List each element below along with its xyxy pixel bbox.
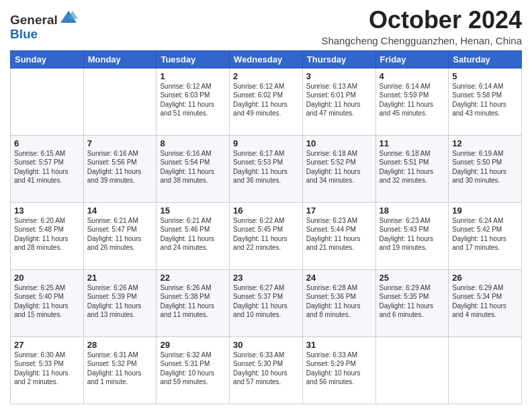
month-title: October 2024 — [321, 7, 522, 34]
day-number: 10 — [306, 138, 372, 148]
col-sunday: Sunday — [11, 50, 84, 68]
table-row: 20Sunrise: 6:25 AM Sunset: 5:40 PM Dayli… — [11, 269, 84, 336]
table-row: 25Sunrise: 6:29 AM Sunset: 5:35 PM Dayli… — [375, 269, 449, 336]
day-number: 29 — [160, 340, 226, 350]
table-row: 6Sunrise: 6:15 AM Sunset: 5:57 PM Daylig… — [11, 135, 84, 202]
day-number: 18 — [380, 205, 445, 216]
day-info: Sunrise: 6:19 AM Sunset: 5:50 PM Dayligh… — [452, 149, 518, 185]
day-info: Sunrise: 6:24 AM Sunset: 5:42 PM Dayligh… — [452, 216, 518, 253]
day-number: 24 — [306, 273, 372, 283]
table-row: 26Sunrise: 6:29 AM Sunset: 5:34 PM Dayli… — [449, 269, 522, 336]
day-number: 13 — [14, 205, 80, 216]
day-number: 16 — [233, 205, 299, 216]
day-number: 4 — [380, 71, 445, 81]
table-row: 12Sunrise: 6:19 AM Sunset: 5:50 PM Dayli… — [449, 135, 522, 202]
day-info: Sunrise: 6:16 AM Sunset: 5:54 PM Dayligh… — [160, 149, 226, 185]
calendar-header-row: Sunday Monday Tuesday Wednesday Thursday… — [11, 50, 522, 68]
logo-icon — [59, 9, 78, 28]
table-row: 22Sunrise: 6:26 AM Sunset: 5:38 PM Dayli… — [157, 269, 230, 336]
day-number: 15 — [160, 205, 226, 216]
table-row: 9Sunrise: 6:17 AM Sunset: 5:53 PM Daylig… — [230, 135, 303, 202]
col-monday: Monday — [83, 50, 157, 68]
calendar-week-row: 6Sunrise: 6:15 AM Sunset: 5:57 PM Daylig… — [11, 135, 522, 202]
day-info: Sunrise: 6:23 AM Sunset: 5:44 PM Dayligh… — [306, 216, 372, 253]
header: General Blue October 2024 Shangcheng Che… — [10, 7, 522, 46]
table-row: 21Sunrise: 6:26 AM Sunset: 5:39 PM Dayli… — [83, 269, 157, 336]
day-info: Sunrise: 6:22 AM Sunset: 5:45 PM Dayligh… — [233, 216, 299, 253]
table-row: 16Sunrise: 6:22 AM Sunset: 5:45 PM Dayli… — [230, 202, 303, 269]
table-row: 31Sunrise: 6:33 AM Sunset: 5:29 PM Dayli… — [302, 336, 375, 404]
day-number: 23 — [233, 273, 299, 283]
day-number: 30 — [233, 340, 299, 350]
table-row: 10Sunrise: 6:18 AM Sunset: 5:52 PM Dayli… — [302, 135, 375, 202]
calendar-week-row: 13Sunrise: 6:20 AM Sunset: 5:48 PM Dayli… — [11, 202, 522, 269]
day-info: Sunrise: 6:18 AM Sunset: 5:52 PM Dayligh… — [306, 149, 372, 185]
day-number: 31 — [306, 340, 372, 350]
table-row: 11Sunrise: 6:18 AM Sunset: 5:51 PM Dayli… — [375, 135, 449, 202]
day-info: Sunrise: 6:20 AM Sunset: 5:48 PM Dayligh… — [14, 216, 80, 253]
col-wednesday: Wednesday — [230, 50, 303, 68]
day-info: Sunrise: 6:21 AM Sunset: 5:46 PM Dayligh… — [160, 216, 226, 253]
day-info: Sunrise: 6:16 AM Sunset: 5:56 PM Dayligh… — [87, 149, 153, 185]
day-info: Sunrise: 6:25 AM Sunset: 5:40 PM Dayligh… — [14, 283, 80, 320]
table-row: 27Sunrise: 6:30 AM Sunset: 5:33 PM Dayli… — [11, 336, 84, 404]
day-number: 27 — [14, 340, 80, 350]
day-info: Sunrise: 6:33 AM Sunset: 5:30 PM Dayligh… — [233, 351, 299, 387]
logo: General Blue — [10, 9, 78, 42]
table-row: 29Sunrise: 6:32 AM Sunset: 5:31 PM Dayli… — [157, 336, 230, 404]
day-info: Sunrise: 6:17 AM Sunset: 5:53 PM Dayligh… — [233, 149, 299, 185]
table-row: 3Sunrise: 6:13 AM Sunset: 6:01 PM Daylig… — [302, 68, 375, 135]
calendar-table: Sunday Monday Tuesday Wednesday Thursday… — [10, 50, 522, 404]
table-row: 4Sunrise: 6:14 AM Sunset: 5:59 PM Daylig… — [375, 68, 449, 135]
table-row: 30Sunrise: 6:33 AM Sunset: 5:30 PM Dayli… — [230, 336, 303, 404]
day-info: Sunrise: 6:31 AM Sunset: 5:32 PM Dayligh… — [87, 351, 153, 387]
day-number: 28 — [87, 340, 153, 350]
table-row: 23Sunrise: 6:27 AM Sunset: 5:37 PM Dayli… — [230, 269, 303, 336]
logo-general: General — [10, 13, 58, 27]
col-saturday: Saturday — [449, 50, 522, 68]
table-row — [83, 68, 157, 135]
day-info: Sunrise: 6:29 AM Sunset: 5:35 PM Dayligh… — [380, 283, 445, 320]
day-info: Sunrise: 6:30 AM Sunset: 5:33 PM Dayligh… — [14, 351, 80, 387]
day-info: Sunrise: 6:26 AM Sunset: 5:39 PM Dayligh… — [87, 283, 153, 320]
calendar-week-row: 27Sunrise: 6:30 AM Sunset: 5:33 PM Dayli… — [11, 336, 522, 404]
day-number: 17 — [306, 205, 372, 216]
day-number: 5 — [452, 71, 518, 81]
day-info: Sunrise: 6:15 AM Sunset: 5:57 PM Dayligh… — [14, 149, 80, 185]
day-info: Sunrise: 6:27 AM Sunset: 5:37 PM Dayligh… — [233, 283, 299, 320]
day-number: 26 — [452, 273, 518, 283]
calendar-week-row: 20Sunrise: 6:25 AM Sunset: 5:40 PM Dayli… — [11, 269, 522, 336]
day-info: Sunrise: 6:26 AM Sunset: 5:38 PM Dayligh… — [160, 283, 226, 320]
table-row: 17Sunrise: 6:23 AM Sunset: 5:44 PM Dayli… — [302, 202, 375, 269]
page: General Blue October 2024 Shangcheng Che… — [0, 0, 532, 411]
table-row: 1Sunrise: 6:12 AM Sunset: 6:03 PM Daylig… — [157, 68, 230, 135]
day-number: 9 — [233, 138, 299, 148]
table-row: 5Sunrise: 6:14 AM Sunset: 5:58 PM Daylig… — [449, 68, 522, 135]
day-info: Sunrise: 6:28 AM Sunset: 5:36 PM Dayligh… — [306, 283, 372, 320]
table-row — [449, 336, 522, 404]
calendar-week-row: 1Sunrise: 6:12 AM Sunset: 6:03 PM Daylig… — [11, 68, 522, 135]
col-tuesday: Tuesday — [157, 50, 230, 68]
day-number: 6 — [14, 138, 80, 148]
day-info: Sunrise: 6:23 AM Sunset: 5:43 PM Dayligh… — [380, 216, 445, 253]
col-friday: Friday — [375, 50, 449, 68]
day-number: 3 — [306, 71, 372, 81]
day-number: 1 — [160, 71, 226, 81]
table-row: 18Sunrise: 6:23 AM Sunset: 5:43 PM Dayli… — [375, 202, 449, 269]
day-info: Sunrise: 6:12 AM Sunset: 6:03 PM Dayligh… — [160, 82, 226, 118]
table-row — [375, 336, 449, 404]
logo-blue: Blue — [10, 28, 78, 42]
title-section: October 2024 Shangcheng Chengguanzhen, H… — [321, 7, 522, 46]
day-info: Sunrise: 6:13 AM Sunset: 6:01 PM Dayligh… — [306, 82, 372, 118]
table-row: 14Sunrise: 6:21 AM Sunset: 5:47 PM Dayli… — [83, 202, 157, 269]
day-number: 12 — [452, 138, 518, 148]
day-info: Sunrise: 6:32 AM Sunset: 5:31 PM Dayligh… — [160, 351, 226, 387]
table-row: 7Sunrise: 6:16 AM Sunset: 5:56 PM Daylig… — [83, 135, 157, 202]
day-number: 21 — [87, 273, 153, 283]
table-row: 13Sunrise: 6:20 AM Sunset: 5:48 PM Dayli… — [11, 202, 84, 269]
day-number: 11 — [380, 138, 445, 148]
table-row — [11, 68, 84, 135]
day-info: Sunrise: 6:21 AM Sunset: 5:47 PM Dayligh… — [87, 216, 153, 253]
day-number: 22 — [160, 273, 226, 283]
day-number: 19 — [452, 205, 518, 216]
